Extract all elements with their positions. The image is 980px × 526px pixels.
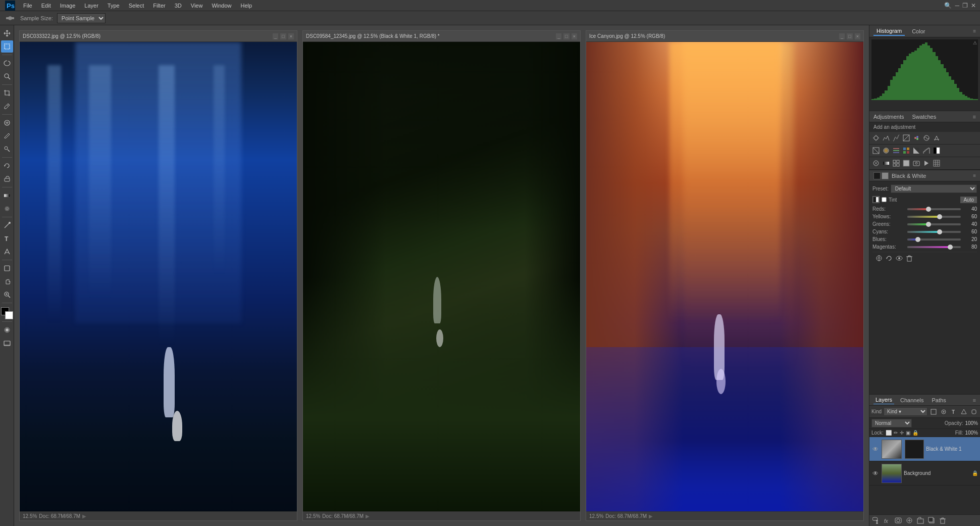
blur-tool[interactable] [1, 203, 13, 215]
lock-all-icon[interactable]: 🔒 [912, 430, 918, 436]
grid-icon-btn[interactable] [932, 159, 941, 168]
auto-button[interactable]: Auto [960, 197, 977, 203]
channels-tab[interactable]: Channels [898, 396, 925, 404]
screen-mode-btn[interactable] [1, 337, 13, 349]
doc-1-minimize[interactable]: _ [273, 33, 278, 39]
threshold-icon-btn[interactable] [932, 146, 941, 155]
doc-2-arrow[interactable]: ▶ [366, 513, 370, 519]
blues-slider-thumb[interactable] [915, 237, 920, 242]
layer-1-visibility[interactable]: 👁 [871, 446, 880, 453]
window-close[interactable]: ✕ [971, 2, 976, 9]
window-minimize[interactable]: ─ [955, 2, 959, 9]
doc-3-arrow[interactable]: ▶ [649, 513, 653, 519]
magentas-slider-thumb[interactable] [948, 245, 953, 250]
healing-tool[interactable] [1, 117, 13, 129]
greens-slider-thumb[interactable] [926, 222, 931, 227]
color-swatches[interactable] [1, 307, 13, 319]
cyans-slider-thumb[interactable] [937, 229, 942, 234]
history-brush-tool[interactable] [1, 160, 13, 172]
visibility-icon-btn[interactable] [895, 254, 904, 263]
add-adjustment-layer-btn[interactable] [905, 516, 914, 525]
invert-icon-btn[interactable] [912, 146, 921, 155]
layers-shape-icon[interactable] [960, 408, 968, 416]
layer-row-bw[interactable]: 👁 Black & White 1 [869, 437, 980, 461]
menu-image[interactable]: Image [56, 2, 80, 10]
doc-1-close[interactable]: × [288, 33, 294, 39]
add-mask-btn[interactable] [894, 516, 903, 525]
new-group-btn[interactable] [916, 516, 925, 525]
layers-adjustment-icon[interactable] [940, 408, 948, 416]
brightness-icon-btn[interactable] [871, 133, 881, 142]
quick-mask-btn[interactable] [1, 324, 13, 336]
blackwhite-icon-btn[interactable] [871, 146, 881, 155]
menu-layer[interactable]: Layer [80, 2, 102, 10]
eyedropper-tool[interactable] [1, 100, 13, 112]
layer-2-visibility[interactable]: 👁 [871, 470, 880, 477]
path-selection-tool[interactable] [1, 246, 13, 258]
paths-tab[interactable]: Paths [930, 396, 948, 404]
link-layers-btn[interactable] [871, 516, 881, 525]
target-icon-btn[interactable] [874, 254, 884, 263]
reds-slider-track[interactable] [907, 208, 961, 210]
photofilter-icon-btn[interactable] [882, 146, 891, 155]
cyans-slider-track[interactable] [907, 231, 961, 233]
reset-icon-btn[interactable] [885, 254, 894, 263]
sample-size-select[interactable]: Point Sample [57, 13, 106, 23]
menu-select[interactable]: Select [125, 2, 148, 10]
menu-help[interactable]: Help [237, 2, 256, 10]
window-restore[interactable]: ❐ [962, 2, 968, 9]
doc-2-close[interactable]: × [572, 33, 577, 39]
eraser-tool[interactable] [1, 173, 13, 185]
solidcolor-icon-btn[interactable] [902, 159, 911, 168]
delete-layer-btn[interactable] [938, 516, 947, 525]
hsl-icon-btn[interactable] [922, 133, 931, 142]
crop-tool[interactable] [1, 87, 13, 99]
yellows-slider-track[interactable] [907, 216, 961, 218]
doc-3-minimize[interactable]: _ [839, 33, 845, 39]
layers-smart-icon[interactable] [970, 408, 978, 416]
lock-image-icon[interactable]: ✏ [894, 430, 898, 436]
doc-1-arrow[interactable]: ▶ [82, 513, 86, 519]
gradient-map-icon-btn[interactable] [882, 159, 891, 168]
yellows-slider-thumb[interactable] [937, 214, 942, 219]
text-tool[interactable]: T [1, 232, 13, 245]
curves-icon-btn[interactable] [892, 133, 901, 142]
blues-slider-track[interactable] [907, 238, 961, 241]
menu-filter[interactable]: Filter [149, 2, 169, 10]
colorbalance-icon-btn[interactable] [932, 133, 941, 142]
color-tab[interactable]: Color [909, 27, 928, 35]
properties-collapse[interactable]: ≡ [973, 173, 976, 178]
fill-value[interactable]: 100% [965, 430, 978, 436]
fx-btn[interactable]: fx [883, 516, 892, 525]
selectivecolor-icon-btn[interactable] [871, 159, 881, 168]
brush-tool[interactable] [1, 130, 13, 142]
menu-view[interactable]: View [187, 2, 207, 10]
doc-3-close[interactable]: × [855, 33, 860, 39]
layers-tab[interactable]: Layers [873, 396, 894, 404]
exposure-icon-btn[interactable] [902, 133, 911, 142]
doc-3-maximize[interactable]: □ [847, 33, 852, 39]
histogram-collapse[interactable]: ≡ [973, 28, 976, 34]
menu-edit[interactable]: Edit [37, 2, 55, 10]
doc-2-minimize[interactable]: _ [556, 33, 561, 39]
marquee-tool[interactable] [1, 40, 13, 53]
photo-icon-btn[interactable] [912, 159, 921, 168]
lock-transparent-icon[interactable]: ⬜ [886, 430, 892, 436]
magentas-slider-track[interactable] [907, 246, 961, 248]
pen-tool[interactable] [1, 219, 13, 231]
layer-row-background[interactable]: 👁 Background 🔒 [869, 461, 980, 486]
search-icon[interactable]: 🔍 [944, 2, 952, 9]
tint-checkbox[interactable] [882, 197, 887, 202]
layers-kind-select[interactable]: Kind ▾ [884, 407, 927, 416]
hand-tool[interactable] [1, 275, 13, 288]
opacity-value[interactable]: 100% [965, 420, 978, 426]
doc-1-maximize[interactable]: □ [280, 33, 286, 39]
doc-2-maximize[interactable]: □ [563, 33, 569, 39]
shape-tool[interactable] [1, 262, 13, 274]
layers-collapse[interactable]: ≡ [973, 397, 976, 403]
lasso-tool[interactable] [1, 57, 13, 69]
blend-mode-select[interactable]: Normal [871, 419, 912, 427]
menu-file[interactable]: File [19, 2, 36, 10]
greens-slider-track[interactable] [907, 223, 961, 225]
bw-icon-btn[interactable] [872, 196, 880, 203]
